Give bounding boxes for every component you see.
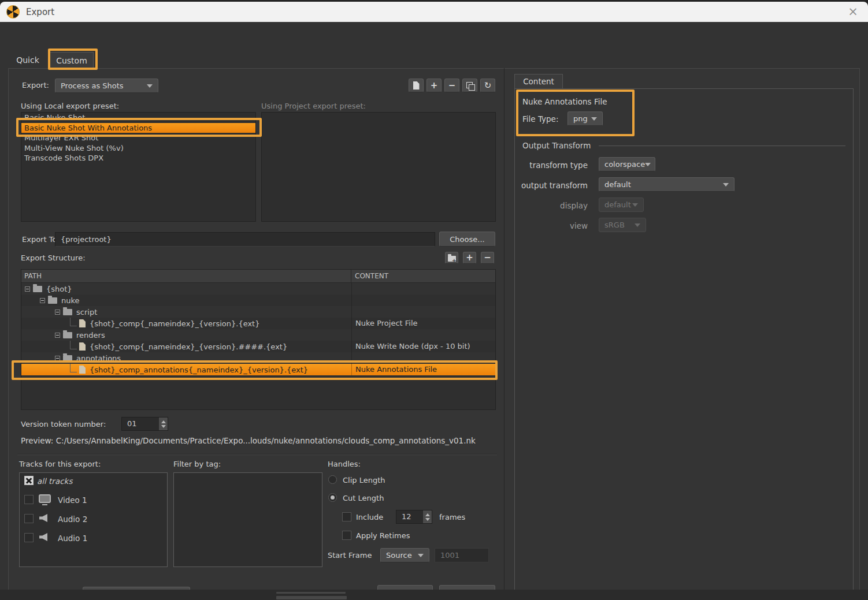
transform-row-label: display — [560, 201, 588, 210]
chevron-down-icon — [591, 117, 597, 121]
preview-path: Preview: C:/Users/AnnabelKing/Documents/… — [21, 436, 476, 445]
frames-label: frames — [439, 513, 465, 521]
filter-by-tag-box[interactable] — [173, 472, 322, 567]
tree-row[interactable]: {shot}_comp{_nameindex}_{version}.####.{… — [21, 341, 495, 352]
tree-content-cell — [351, 283, 495, 295]
track-label: Video 1 — [58, 495, 87, 505]
new-preset-button[interactable] — [409, 79, 424, 92]
export-mode-dropdown[interactable]: Process as Shots — [55, 79, 158, 93]
track-item[interactable]: Audio 2 — [20, 512, 167, 531]
spinner-buttons[interactable] — [422, 510, 432, 523]
include-checkbox[interactable] — [342, 512, 351, 521]
track-checkbox[interactable] — [24, 533, 34, 542]
preset-item[interactable]: Multi-View Nuke Shot (%v) — [21, 143, 255, 154]
expander-minus-icon[interactable] — [25, 286, 30, 292]
preset-item[interactable]: Basic Nuke Shot With Annotations — [21, 123, 255, 133]
track-checkbox[interactable] — [24, 495, 34, 504]
file-type-dropdown[interactable]: png — [567, 111, 603, 126]
spin-up-icon[interactable] — [161, 420, 166, 423]
file-icon — [79, 366, 86, 374]
start-frame-mode-dropdown[interactable]: Source — [380, 548, 429, 562]
export-to-label: Export To: — [22, 235, 60, 244]
folder-icon — [33, 286, 42, 292]
export-dialog: Export × Quick Custom Export: Process as… — [0, 0, 868, 600]
tracks-list: all tracksVideo 1Audio 2Audio 1 — [19, 472, 168, 567]
transform-row-value: colorspace — [604, 160, 645, 169]
version-token-spinbox[interactable]: 01 — [121, 417, 168, 431]
cut-length-label[interactable]: Cut Length — [343, 494, 384, 502]
transform-row-label: transform type — [529, 161, 588, 170]
tab-content[interactable]: Content — [514, 74, 563, 89]
include-label[interactable]: Include — [356, 513, 383, 521]
add-structure-button[interactable]: + — [463, 252, 476, 264]
remove-preset-button[interactable]: − — [444, 79, 459, 92]
start-frame-mode-value: Source — [386, 551, 412, 560]
cut-length-radio[interactable] — [328, 493, 337, 502]
tree-row[interactable]: script — [21, 306, 495, 318]
tree-content-cell — [351, 329, 495, 341]
choose-button[interactable]: Choose... — [439, 232, 495, 247]
local-preset-list: Basic Nuke ShotBasic Nuke Shot With Anno… — [21, 112, 256, 222]
add-preset-button[interactable]: + — [426, 79, 442, 92]
transform-row-dropdown: sRGB — [599, 218, 646, 232]
preset-item[interactable]: Transcode Shots DPX — [21, 153, 255, 163]
export-to-field[interactable]: {projectroot} — [55, 232, 435, 247]
spinner-buttons[interactable] — [158, 418, 168, 430]
tree-row[interactable]: {shot}_comp_annotations{_nameindex}_{ver… — [21, 364, 495, 375]
expander-minus-icon[interactable] — [55, 333, 60, 338]
tree-row[interactable]: renders — [21, 329, 495, 341]
apply-retimes-label[interactable]: Apply Retimes — [356, 531, 410, 540]
clip-length-label[interactable]: Clip Length — [343, 476, 385, 485]
preset-item[interactable]: Basic Nuke Shot — [21, 113, 255, 123]
tree-path-label: renders — [76, 331, 105, 340]
transform-row-dropdown[interactable]: colorspace — [599, 157, 655, 172]
revert-preset-button[interactable]: ↻ — [480, 79, 495, 92]
add-folder-button[interactable] — [445, 252, 458, 264]
tree-body: {shot}nukescript{shot}_comp{_nameindex}_… — [21, 283, 495, 375]
chevron-down-icon — [147, 84, 153, 88]
tree-row[interactable]: nuke — [21, 295, 495, 306]
version-token-value: 01 — [122, 418, 158, 430]
audio-track-icon — [39, 514, 47, 522]
include-frames-value: 12 — [396, 510, 422, 523]
export-structure-tree: PATH CONTENT {shot}nukescript{shot}_comp… — [21, 269, 496, 410]
tree-row[interactable]: annotations — [21, 352, 495, 364]
clip-length-radio[interactable] — [328, 475, 337, 484]
tree-row[interactable]: {shot}_comp{_nameindex}_{version}.{ext}N… — [21, 318, 495, 329]
tab-custom[interactable]: Custom — [50, 52, 94, 68]
track-checkbox[interactable] — [24, 476, 34, 485]
track-item[interactable]: Video 1 — [20, 493, 167, 512]
transform-row-dropdown: default — [599, 197, 644, 212]
new-page-icon — [413, 81, 420, 90]
folder-plus-icon — [448, 256, 456, 262]
expander-minus-icon[interactable] — [40, 298, 45, 303]
tab-quick[interactable]: Quick — [8, 52, 47, 68]
tree-connector-line — [70, 364, 77, 372]
track-checkbox[interactable] — [24, 514, 34, 523]
file-icon — [79, 342, 86, 351]
expander-minus-icon[interactable] — [55, 356, 60, 361]
preset-item[interactable]: Multilayer EXR Shot — [21, 133, 255, 143]
chevron-down-icon — [418, 554, 424, 557]
chevron-down-icon — [632, 203, 638, 207]
transform-row-dropdown[interactable]: default — [599, 177, 735, 192]
spin-down-icon[interactable] — [161, 425, 166, 428]
duplicate-preset-button[interactable] — [462, 79, 477, 92]
spin-down-icon[interactable] — [425, 518, 430, 521]
track-item[interactable]: all tracks — [20, 474, 167, 493]
tree-path-cell: {shot}_comp{_nameindex}_{version}.{ext} — [21, 318, 351, 329]
tree-path-cell: nuke — [21, 295, 351, 306]
include-frames-spinbox[interactable]: 12 — [396, 510, 432, 524]
expander-minus-icon[interactable] — [55, 310, 60, 315]
tree-row[interactable]: {shot} — [21, 283, 495, 295]
project-preset-label: Using Project export preset: — [261, 102, 366, 110]
track-label: Audio 2 — [58, 515, 87, 524]
file-type-label: File Type: — [522, 114, 558, 124]
close-window-icon[interactable]: × — [845, 4, 860, 19]
output-transform-rule — [599, 146, 845, 146]
tree-path-cell: {shot}_comp_annotations{_nameindex}_{ver… — [21, 364, 351, 375]
apply-retimes-checkbox[interactable] — [342, 531, 351, 540]
remove-structure-button[interactable]: − — [481, 252, 494, 264]
track-item[interactable]: Audio 1 — [20, 531, 167, 550]
spin-up-icon[interactable] — [425, 513, 430, 516]
